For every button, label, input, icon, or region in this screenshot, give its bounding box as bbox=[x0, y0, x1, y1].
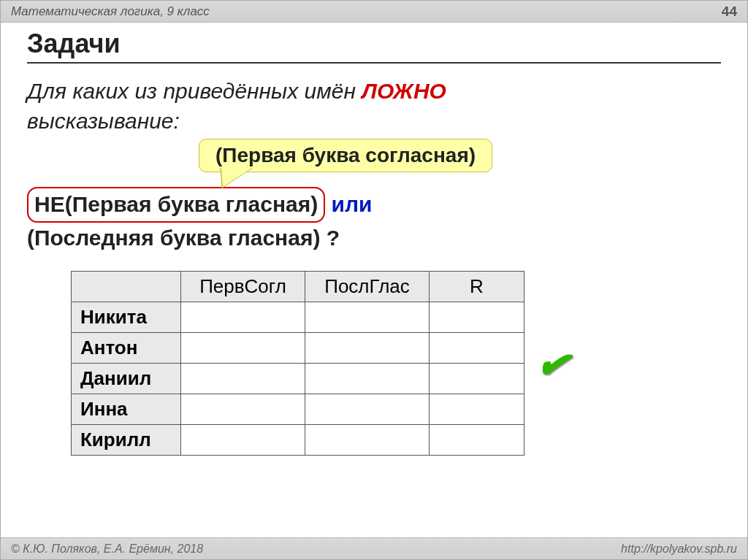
table-row: Никита bbox=[72, 302, 524, 333]
col-header-3: R bbox=[430, 272, 524, 302]
cell bbox=[305, 333, 430, 364]
row-name-5: Кирилл bbox=[72, 425, 181, 456]
cell bbox=[181, 302, 305, 333]
content-area: Задачи Для каких из приведённых имён ЛОЖ… bbox=[1, 23, 747, 456]
cell bbox=[305, 302, 430, 333]
cell bbox=[305, 394, 430, 425]
header-bar: Математическая логика, 9 класс 44 bbox=[1, 1, 747, 23]
cell bbox=[430, 394, 524, 425]
table-row: Инна bbox=[72, 394, 524, 425]
cell bbox=[181, 333, 305, 364]
slide-title: Задачи bbox=[27, 28, 721, 59]
table-row: Антон bbox=[72, 333, 524, 364]
checkmark-icon: ✔ bbox=[533, 339, 572, 389]
or-word: или bbox=[325, 192, 372, 216]
table-wrap: ПервСогл ПослГлас R Никита Антон bbox=[71, 271, 721, 456]
footer-bar: © К.Ю. Поляков, Е.А. Ерёмин, 2018 http:/… bbox=[1, 537, 747, 559]
logic-table: ПервСогл ПослГлас R Никита Антон bbox=[71, 271, 524, 456]
footer-left: © К.Ю. Поляков, Е.А. Ерёмин, 2018 bbox=[11, 542, 203, 556]
cell bbox=[181, 394, 305, 425]
row-name-3: Даниил bbox=[72, 364, 181, 394]
col-header-1: ПервСогл bbox=[181, 272, 305, 302]
intro-text: Для каких из приведённых имён ЛОЖНО выск… bbox=[27, 77, 721, 136]
title-rule bbox=[27, 62, 721, 64]
callout-wrap: (Первая буква согласная) bbox=[159, 142, 721, 187]
circled-expression: НЕ(Первая буква гласная) bbox=[27, 187, 325, 223]
cell bbox=[305, 425, 430, 456]
footer-right: http://kpolyakov.spb.ru bbox=[621, 542, 737, 556]
intro-line2: высказывание: bbox=[27, 109, 180, 133]
header-blank bbox=[72, 272, 181, 302]
page-number: 44 bbox=[722, 4, 737, 20]
table-header-row: ПервСогл ПослГлас R bbox=[72, 272, 524, 302]
cell bbox=[305, 364, 430, 394]
intro-line1a: Для каких из приведённых имён bbox=[27, 79, 362, 103]
row-name-4: Инна bbox=[72, 394, 181, 425]
cell bbox=[181, 425, 305, 456]
false-word: ЛОЖНО bbox=[362, 79, 446, 103]
col-header-2: ПослГлас bbox=[305, 272, 430, 302]
cell bbox=[181, 364, 305, 394]
table-row: Кирилл bbox=[72, 425, 524, 456]
cell bbox=[430, 302, 524, 333]
cell bbox=[430, 364, 524, 394]
expression-block: НЕ(Первая буква гласная) или (Последняя … bbox=[27, 187, 721, 253]
cell bbox=[430, 425, 524, 456]
header-subject: Математическая логика, 9 класс bbox=[11, 4, 210, 19]
slide: Математическая логика, 9 класс 44 Задачи… bbox=[0, 0, 748, 560]
cell bbox=[430, 333, 524, 364]
row-name-1: Никита bbox=[72, 302, 181, 333]
row-name-2: Антон bbox=[72, 333, 181, 364]
table-row: Даниил bbox=[72, 364, 524, 394]
expression-part2: (Последняя буква гласная) ? bbox=[27, 226, 340, 250]
